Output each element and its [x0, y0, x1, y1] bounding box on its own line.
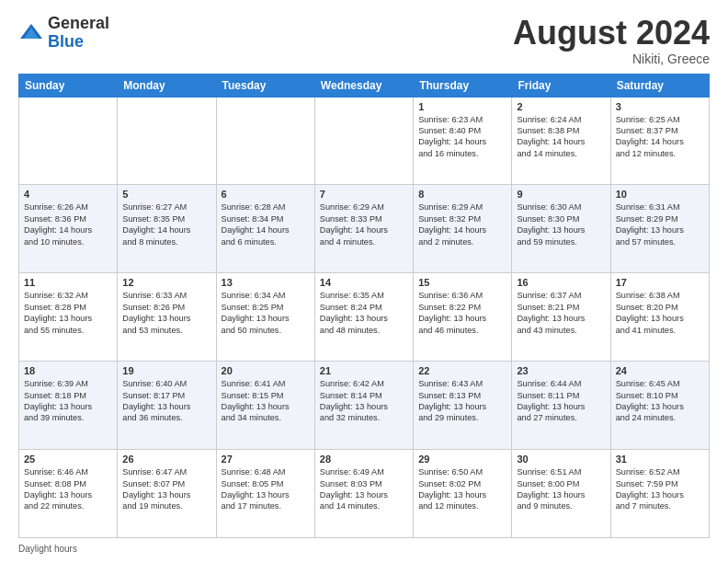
day-number: 12	[122, 277, 210, 288]
day-info: Sunrise: 6:29 AM Sunset: 8:33 PM Dayligh…	[320, 201, 408, 247]
day-cell: 4Sunrise: 6:26 AM Sunset: 8:36 PM Daylig…	[19, 185, 118, 273]
day-cell: 6Sunrise: 6:28 AM Sunset: 8:34 PM Daylig…	[216, 185, 314, 273]
day-number: 4	[24, 189, 112, 200]
day-cell: 16Sunrise: 6:37 AM Sunset: 8:21 PM Dayli…	[512, 273, 610, 362]
day-info: Sunrise: 6:26 AM Sunset: 8:36 PM Dayligh…	[24, 201, 112, 247]
day-cell: 30Sunrise: 6:51 AM Sunset: 8:00 PM Dayli…	[512, 450, 610, 538]
week-row-5: 25Sunrise: 6:46 AM Sunset: 8:08 PM Dayli…	[19, 450, 710, 538]
day-number: 31	[616, 454, 704, 465]
month-year: August 2024	[513, 15, 710, 52]
day-number: 14	[320, 277, 408, 288]
day-info: Sunrise: 6:43 AM Sunset: 8:13 PM Dayligh…	[418, 378, 506, 424]
day-number: 10	[616, 189, 704, 200]
day-number: 29	[418, 454, 506, 465]
day-info: Sunrise: 6:31 AM Sunset: 8:29 PM Dayligh…	[616, 201, 704, 247]
day-cell: 28Sunrise: 6:49 AM Sunset: 8:03 PM Dayli…	[314, 450, 413, 538]
day-info: Sunrise: 6:38 AM Sunset: 8:20 PM Dayligh…	[616, 290, 704, 336]
day-info: Sunrise: 6:27 AM Sunset: 8:35 PM Dayligh…	[122, 201, 210, 247]
weekday-header-monday: Monday	[118, 74, 216, 97]
week-row-2: 4Sunrise: 6:26 AM Sunset: 8:36 PM Daylig…	[19, 185, 710, 273]
day-cell: 17Sunrise: 6:38 AM Sunset: 8:20 PM Dayli…	[610, 273, 709, 362]
day-number: 3	[616, 101, 704, 112]
title-block: August 2024 Nikiti, Greece	[513, 15, 710, 66]
weekday-header-sunday: Sunday	[19, 74, 118, 97]
day-cell	[216, 97, 314, 185]
day-cell: 29Sunrise: 6:50 AM Sunset: 8:02 PM Dayli…	[414, 450, 512, 538]
day-cell: 10Sunrise: 6:31 AM Sunset: 8:29 PM Dayli…	[610, 185, 709, 273]
day-cell: 31Sunrise: 6:52 AM Sunset: 7:59 PM Dayli…	[610, 450, 709, 538]
week-row-3: 11Sunrise: 6:32 AM Sunset: 8:28 PM Dayli…	[19, 273, 710, 362]
weekday-header-friday: Friday	[512, 74, 610, 97]
day-cell: 19Sunrise: 6:40 AM Sunset: 8:17 PM Dayli…	[118, 362, 216, 450]
day-number: 22	[418, 365, 506, 376]
logo-icon	[18, 20, 44, 46]
day-cell: 9Sunrise: 6:30 AM Sunset: 8:30 PM Daylig…	[512, 185, 610, 273]
day-number: 26	[122, 454, 210, 465]
day-number: 2	[517, 101, 605, 112]
day-info: Sunrise: 6:36 AM Sunset: 8:22 PM Dayligh…	[418, 290, 506, 336]
day-info: Sunrise: 6:30 AM Sunset: 8:30 PM Dayligh…	[517, 201, 605, 247]
week-row-4: 18Sunrise: 6:39 AM Sunset: 8:18 PM Dayli…	[19, 362, 710, 450]
day-cell: 21Sunrise: 6:42 AM Sunset: 8:14 PM Dayli…	[314, 362, 413, 450]
day-number: 7	[320, 189, 408, 200]
day-number: 21	[320, 365, 408, 376]
day-cell: 25Sunrise: 6:46 AM Sunset: 8:08 PM Dayli…	[19, 450, 118, 538]
day-info: Sunrise: 6:41 AM Sunset: 8:15 PM Dayligh…	[222, 378, 310, 424]
day-number: 20	[222, 365, 310, 376]
day-info: Sunrise: 6:45 AM Sunset: 8:10 PM Dayligh…	[616, 378, 704, 424]
day-info: Sunrise: 6:52 AM Sunset: 7:59 PM Dayligh…	[616, 466, 704, 512]
day-cell: 13Sunrise: 6:34 AM Sunset: 8:25 PM Dayli…	[216, 273, 314, 362]
day-cell: 3Sunrise: 6:25 AM Sunset: 8:37 PM Daylig…	[610, 97, 709, 185]
day-info: Sunrise: 6:44 AM Sunset: 8:11 PM Dayligh…	[517, 378, 605, 424]
day-number: 23	[517, 365, 605, 376]
day-info: Sunrise: 6:48 AM Sunset: 8:05 PM Dayligh…	[222, 466, 310, 512]
day-number: 27	[222, 454, 310, 465]
day-info: Sunrise: 6:49 AM Sunset: 8:03 PM Dayligh…	[320, 466, 408, 512]
day-cell	[19, 97, 118, 185]
weekday-header-wednesday: Wednesday	[314, 74, 413, 97]
day-info: Sunrise: 6:23 AM Sunset: 8:40 PM Dayligh…	[418, 114, 506, 160]
day-number: 19	[122, 365, 210, 376]
day-info: Sunrise: 6:39 AM Sunset: 8:18 PM Dayligh…	[24, 378, 112, 424]
footer: Daylight hours	[18, 544, 710, 554]
logo-blue-text: Blue	[48, 32, 84, 51]
day-number: 30	[517, 454, 605, 465]
weekday-header-thursday: Thursday	[414, 74, 512, 97]
day-cell: 7Sunrise: 6:29 AM Sunset: 8:33 PM Daylig…	[314, 185, 413, 273]
logo-general-text: General	[48, 14, 109, 32]
day-cell: 23Sunrise: 6:44 AM Sunset: 8:11 PM Dayli…	[512, 362, 610, 450]
page: General Blue August 2024 Nikiti, Greece …	[0, 0, 728, 563]
day-cell: 5Sunrise: 6:27 AM Sunset: 8:35 PM Daylig…	[118, 185, 216, 273]
day-number: 1	[418, 101, 506, 112]
day-number: 8	[418, 189, 506, 200]
day-info: Sunrise: 6:40 AM Sunset: 8:17 PM Dayligh…	[122, 378, 210, 424]
day-info: Sunrise: 6:29 AM Sunset: 8:32 PM Dayligh…	[418, 201, 506, 247]
day-number: 16	[517, 277, 605, 288]
day-cell: 22Sunrise: 6:43 AM Sunset: 8:13 PM Dayli…	[414, 362, 512, 450]
day-cell	[118, 97, 216, 185]
day-cell: 20Sunrise: 6:41 AM Sunset: 8:15 PM Dayli…	[216, 362, 314, 450]
day-cell: 27Sunrise: 6:48 AM Sunset: 8:05 PM Dayli…	[216, 450, 314, 538]
day-number: 6	[222, 189, 310, 200]
day-number: 11	[24, 277, 112, 288]
day-cell: 1Sunrise: 6:23 AM Sunset: 8:40 PM Daylig…	[414, 97, 512, 185]
logo: General Blue	[18, 15, 109, 52]
day-cell	[314, 97, 413, 185]
day-cell: 24Sunrise: 6:45 AM Sunset: 8:10 PM Dayli…	[610, 362, 709, 450]
daylight-label: Daylight hours	[18, 544, 77, 554]
day-cell: 12Sunrise: 6:33 AM Sunset: 8:26 PM Dayli…	[118, 273, 216, 362]
day-info: Sunrise: 6:46 AM Sunset: 8:08 PM Dayligh…	[24, 466, 112, 512]
day-info: Sunrise: 6:34 AM Sunset: 8:25 PM Dayligh…	[222, 290, 310, 336]
weekday-header-saturday: Saturday	[610, 74, 709, 97]
day-info: Sunrise: 6:28 AM Sunset: 8:34 PM Dayligh…	[222, 201, 310, 247]
day-cell: 26Sunrise: 6:47 AM Sunset: 8:07 PM Dayli…	[118, 450, 216, 538]
day-cell: 2Sunrise: 6:24 AM Sunset: 8:38 PM Daylig…	[512, 97, 610, 185]
day-cell: 14Sunrise: 6:35 AM Sunset: 8:24 PM Dayli…	[314, 273, 413, 362]
day-number: 18	[24, 365, 112, 376]
day-info: Sunrise: 6:37 AM Sunset: 8:21 PM Dayligh…	[517, 290, 605, 336]
day-cell: 11Sunrise: 6:32 AM Sunset: 8:28 PM Dayli…	[19, 273, 118, 362]
week-row-1: 1Sunrise: 6:23 AM Sunset: 8:40 PM Daylig…	[19, 97, 710, 185]
day-info: Sunrise: 6:24 AM Sunset: 8:38 PM Dayligh…	[517, 114, 605, 160]
day-cell: 18Sunrise: 6:39 AM Sunset: 8:18 PM Dayli…	[19, 362, 118, 450]
day-info: Sunrise: 6:33 AM Sunset: 8:26 PM Dayligh…	[122, 290, 210, 336]
